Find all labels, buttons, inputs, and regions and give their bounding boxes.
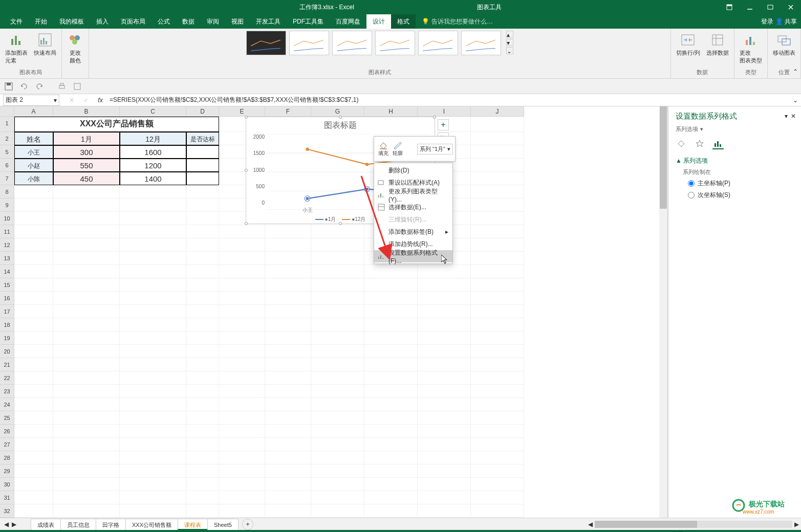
table-cell[interactable] — [186, 159, 219, 172]
cell[interactable] — [364, 385, 418, 398]
cell[interactable] — [53, 464, 120, 478]
cell[interactable] — [14, 331, 53, 345]
cell[interactable] — [364, 411, 418, 425]
cell[interactable] — [120, 278, 186, 292]
table-header[interactable]: 姓名 — [14, 132, 53, 145]
cell[interactable] — [311, 318, 364, 331]
change-chart-type-button[interactable]: 更改 图表类型 — [738, 31, 764, 65]
col-header[interactable]: B — [53, 106, 120, 117]
cell[interactable] — [364, 265, 418, 278]
cell[interactable] — [418, 278, 471, 292]
tab-baidu[interactable]: 百度网盘 — [330, 14, 366, 29]
cell[interactable] — [219, 504, 265, 518]
cell[interactable] — [14, 425, 53, 438]
cell[interactable] — [14, 345, 53, 358]
row-header[interactable]: 17 — [0, 305, 14, 318]
save-icon[interactable] — [4, 82, 13, 91]
chart-elements-button[interactable]: + — [438, 119, 449, 130]
table-cell[interactable]: 1400 — [120, 172, 186, 185]
cell[interactable] — [186, 478, 219, 491]
cell[interactable] — [186, 185, 219, 198]
cell[interactable] — [219, 491, 265, 504]
cell[interactable] — [265, 411, 311, 425]
cell[interactable] — [311, 278, 364, 292]
undo-icon[interactable] — [19, 82, 29, 91]
cell[interactable] — [418, 318, 471, 331]
cell[interactable] — [14, 451, 53, 464]
cell[interactable] — [53, 398, 120, 411]
cell[interactable] — [219, 425, 265, 438]
cell[interactable] — [120, 371, 186, 385]
cell[interactable] — [219, 238, 265, 252]
table-cell[interactable] — [186, 145, 219, 159]
cell[interactable] — [311, 385, 364, 398]
cell[interactable] — [120, 425, 186, 438]
row-header[interactable]: 20 — [0, 345, 14, 358]
cell[interactable] — [219, 305, 265, 318]
cell[interactable] — [53, 238, 120, 252]
table-header[interactable]: 1月 — [53, 132, 120, 145]
style-thumb-4[interactable] — [375, 31, 415, 55]
print-icon[interactable] — [57, 82, 67, 91]
cell[interactable] — [14, 398, 53, 411]
cell[interactable] — [186, 292, 219, 305]
cell[interactable] — [219, 278, 265, 292]
tab-review[interactable]: 审阅 — [201, 14, 225, 29]
cell[interactable] — [14, 252, 53, 265]
cell[interactable] — [14, 464, 53, 478]
ribbon-options-icon[interactable] — [719, 0, 740, 14]
cell[interactable] — [471, 225, 524, 238]
cell[interactable] — [471, 292, 524, 305]
sheet-tab[interactable]: 成绩表 — [31, 519, 61, 530]
cell[interactable] — [311, 478, 364, 491]
cell[interactable] — [53, 358, 120, 371]
tab-templates[interactable]: 我的模板 — [53, 14, 90, 29]
cell[interactable] — [14, 385, 53, 398]
chart-title[interactable]: 图表标题 — [246, 117, 435, 134]
cell[interactable] — [120, 225, 186, 238]
cell[interactable] — [120, 345, 186, 358]
select-data-button[interactable]: 选择数据 — [704, 31, 731, 58]
cell[interactable] — [53, 491, 120, 504]
cell[interactable] — [53, 252, 120, 265]
cell[interactable] — [14, 225, 53, 238]
cell[interactable] — [471, 278, 524, 292]
cell[interactable] — [219, 318, 265, 331]
tab-data[interactable]: 数据 — [176, 14, 201, 29]
table-cell[interactable]: 小王 — [14, 145, 53, 159]
cell[interactable] — [311, 292, 364, 305]
radio-secondary-axis[interactable]: 次坐标轴(S) — [676, 191, 794, 199]
tab-view[interactable]: 视图 — [225, 14, 250, 29]
cell[interactable] — [364, 464, 418, 478]
cell[interactable] — [53, 504, 120, 518]
cell[interactable] — [265, 451, 311, 464]
row-header[interactable]: 30 — [0, 478, 14, 491]
cell[interactable] — [186, 345, 219, 358]
cell[interactable] — [14, 198, 53, 212]
cell[interactable] — [311, 345, 364, 358]
cell[interactable] — [120, 478, 186, 491]
cell[interactable] — [311, 225, 364, 238]
cell[interactable] — [186, 238, 219, 252]
style-thumb-5[interactable] — [418, 31, 458, 55]
cell[interactable] — [53, 198, 120, 212]
col-header[interactable]: H — [364, 106, 418, 117]
cell[interactable] — [186, 225, 219, 238]
cell[interactable] — [265, 371, 311, 385]
col-header[interactable]: A — [14, 106, 53, 117]
cell[interactable] — [219, 371, 265, 385]
cell[interactable] — [471, 464, 524, 478]
panel-section[interactable]: ▲ 系列选项 — [676, 157, 794, 165]
cell[interactable] — [120, 451, 186, 464]
cell[interactable] — [120, 185, 186, 198]
cell[interactable] — [471, 398, 524, 411]
cell[interactable] — [471, 478, 524, 491]
sheet-tab[interactable]: 员工信息 — [60, 519, 96, 530]
cell[interactable] — [418, 292, 471, 305]
col-header[interactable]: I — [418, 106, 471, 117]
cell[interactable] — [53, 305, 120, 318]
cell[interactable] — [186, 504, 219, 518]
table-cell[interactable]: 1600 — [120, 145, 186, 159]
cell[interactable] — [219, 438, 265, 451]
row-header[interactable]: 6 — [0, 159, 14, 172]
